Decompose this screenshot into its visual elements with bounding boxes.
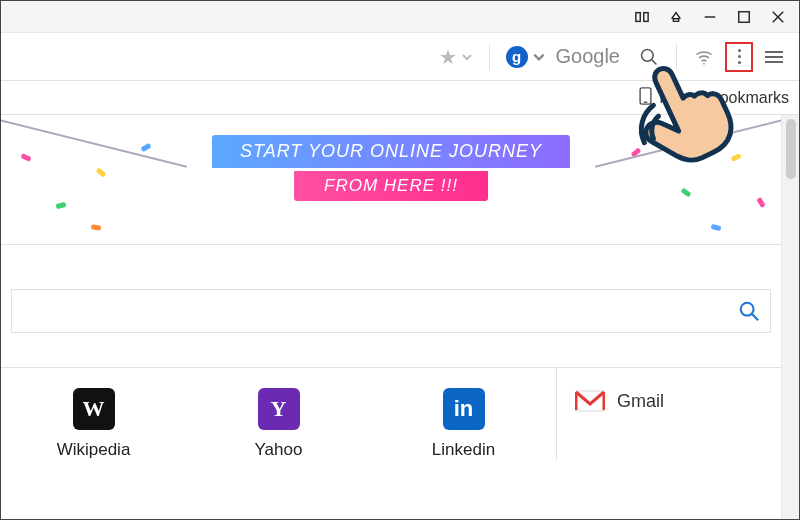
scrollbar-thumb[interactable] [786, 119, 796, 179]
network-status-button[interactable] [687, 40, 721, 74]
side-panel: Gmail [556, 368, 781, 460]
bookmarks-bar: Mobile bookmarks [1, 81, 799, 115]
svg-rect-3 [739, 11, 750, 22]
google-g-icon: g [506, 46, 528, 68]
search-provider-label: Google [556, 45, 621, 68]
star-icon: ★ [439, 45, 457, 69]
svg-rect-1 [644, 12, 648, 21]
window-close-button[interactable] [761, 1, 795, 32]
bookmark-star-button[interactable]: ★ [433, 41, 479, 73]
kebab-menu-button[interactable] [725, 42, 753, 72]
search-button[interactable] [632, 40, 666, 74]
tile-label: Linkedin [432, 440, 495, 460]
search-provider-selector[interactable]: g Google [500, 41, 633, 72]
hamburger-menu-icon [765, 48, 783, 66]
main-menu-button[interactable] [757, 40, 791, 74]
tile-yahoo[interactable]: Y Yahoo [186, 368, 371, 460]
page-content: START YOUR ONLINE JOURNEY FROM HERE !!! [1, 115, 781, 520]
side-item-label: Gmail [617, 391, 664, 412]
tile-linkedin[interactable]: in Linkedin [371, 368, 556, 460]
tile-label: Wikipedia [57, 440, 131, 460]
window-aero-icon[interactable] [659, 1, 693, 32]
wifi-icon [694, 47, 714, 67]
toolbar-separator [489, 44, 490, 70]
tile-wikipedia[interactable]: W Wikipedia [1, 368, 186, 460]
svg-point-11 [741, 303, 754, 316]
browser-toolbar: ★ g Google [1, 33, 799, 81]
window-titlebar [1, 1, 799, 33]
window-minimize-button[interactable] [693, 1, 727, 32]
search-icon [639, 47, 659, 67]
gmail-icon [575, 390, 605, 412]
window-maximize-button[interactable] [727, 1, 761, 32]
kebab-menu-icon [738, 49, 741, 64]
search-input[interactable] [22, 302, 738, 320]
vertical-scrollbar[interactable] [781, 115, 799, 520]
svg-point-6 [642, 49, 654, 61]
yahoo-icon: Y [258, 388, 300, 430]
linkedin-icon: in [443, 388, 485, 430]
svg-point-8 [703, 62, 705, 64]
speed-dial-tiles: W Wikipedia Y Yahoo in Linkedin [1, 368, 556, 460]
mobile-bookmarks-link[interactable]: Mobile bookmarks [659, 89, 789, 107]
svg-line-7 [652, 59, 657, 64]
svg-line-12 [752, 314, 758, 320]
wikipedia-icon: W [73, 388, 115, 430]
welcome-banner: START YOUR ONLINE JOURNEY FROM HERE !!! [1, 115, 781, 245]
side-item-gmail[interactable]: Gmail [575, 390, 763, 412]
confetti-decoration [1, 115, 781, 244]
chevron-down-icon [532, 50, 546, 64]
homepage-search-box[interactable] [11, 289, 771, 333]
chevron-down-icon [461, 51, 473, 63]
mobile-device-icon [638, 87, 653, 109]
search-icon [738, 300, 760, 322]
toolbar-separator [676, 44, 677, 70]
svg-rect-0 [636, 12, 640, 21]
tile-label: Yahoo [255, 440, 303, 460]
window-snap-icon[interactable] [625, 1, 659, 32]
